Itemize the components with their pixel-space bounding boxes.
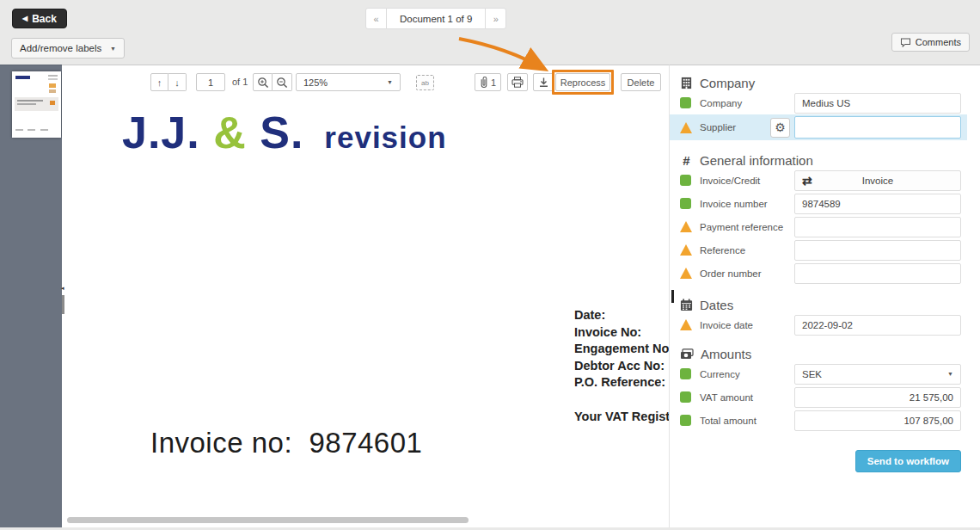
- status-ok-icon: [680, 415, 691, 426]
- zoom-level-select[interactable]: 125% ▼: [296, 73, 401, 91]
- logo-text: J.J.: [122, 107, 213, 158]
- download-button[interactable]: [533, 73, 554, 91]
- zoom-in-icon: [257, 77, 269, 89]
- reference-input[interactable]: [794, 240, 961, 261]
- field-label: VAT amount: [700, 392, 794, 403]
- section-title: Amounts: [701, 347, 751, 361]
- invoice-number-input[interactable]: [794, 194, 961, 214]
- general-section-header: # General information: [680, 151, 980, 169]
- invoice-date-input[interactable]: [794, 315, 961, 336]
- order-number-input[interactable]: [794, 263, 961, 284]
- scroll-up-button[interactable]: ↑: [150, 73, 168, 91]
- field-row-invoice-date: Invoice date: [680, 313, 980, 336]
- field-label: Reference: [700, 245, 794, 256]
- page-thumbnail[interactable]: [12, 71, 61, 138]
- chevron-down-icon: ▼: [110, 46, 116, 52]
- attachment-count: 1: [491, 77, 496, 88]
- field-label: Company: [700, 98, 794, 108]
- field-label: Total amount: [700, 416, 794, 426]
- invoice-logo: J.J. & S. revision: [122, 107, 447, 158]
- section-title: Company: [700, 76, 755, 90]
- field-label: Order number: [700, 268, 794, 279]
- dates-section-header: Dates: [680, 296, 980, 313]
- arrow-down-icon: ↓: [175, 77, 180, 88]
- doc-line-debtor-acc-no: Debtor Acc No:: [574, 358, 669, 375]
- status-ok-icon: [680, 368, 691, 379]
- field-label: Invoice/Credit: [700, 176, 794, 186]
- amounts-section-header: Amounts: [680, 345, 980, 362]
- invoice-credit-toggle[interactable]: ⇄ Invoice: [794, 170, 961, 191]
- field-row-supplier: Supplier ⚙: [670, 114, 967, 140]
- doc-line-invoice-no: Invoice No:: [574, 324, 669, 342]
- chevron-left-icon: ◀: [22, 15, 28, 22]
- document-pager-label: Document 1 of 9: [387, 8, 485, 29]
- field-label: Currency: [700, 369, 794, 379]
- doc-line-vat: Your VAT Registra: [574, 409, 669, 426]
- calendar-icon: [680, 299, 693, 311]
- field-row-total-amount: Total amount: [680, 409, 980, 432]
- thumb-logo: [15, 76, 30, 79]
- currency-select[interactable]: SEK ▼: [794, 364, 961, 385]
- back-button[interactable]: ◀ Back: [12, 9, 67, 28]
- company-input[interactable]: [794, 93, 961, 114]
- collapse-sidebar-icon[interactable]: ◂: [61, 285, 64, 292]
- hash-icon: #: [680, 153, 693, 168]
- section-title: Dates: [700, 298, 733, 312]
- download-icon: [538, 77, 549, 88]
- reprocess-highlight: Reprocess: [552, 70, 614, 95]
- status-warning-icon: [680, 122, 692, 133]
- add-remove-labels-dropdown[interactable]: Add/remove labels ▼: [11, 38, 125, 59]
- status-ok-icon: [680, 97, 691, 108]
- send-to-workflow-button[interactable]: Send to workflow: [855, 450, 961, 472]
- thumb-line: [17, 103, 36, 105]
- prev-document-button[interactable]: «: [365, 8, 387, 29]
- page-count-label: of 1: [232, 77, 248, 87]
- next-document-button[interactable]: »: [485, 8, 506, 29]
- attachments-button[interactable]: 1: [475, 73, 501, 91]
- back-label: Back: [32, 13, 57, 25]
- main-area: ↑ ↓ of 1 125% ▼ ab 1: [0, 65, 980, 527]
- payment-reference-input[interactable]: [794, 217, 961, 237]
- doc-line-engagement-no: Engagement No:: [574, 341, 669, 358]
- vat-amount-input[interactable]: [794, 387, 961, 408]
- status-warning-icon: [680, 319, 692, 330]
- logo-revision-text: revision: [324, 120, 446, 155]
- total-amount-input[interactable]: [794, 410, 961, 431]
- field-row-reference: Reference: [680, 238, 980, 262]
- money-icon: [680, 348, 694, 361]
- supplier-input[interactable]: [794, 116, 961, 139]
- sidebar-splitter-handle[interactable]: [62, 295, 64, 314]
- field-label: Supplier: [700, 122, 770, 132]
- print-button[interactable]: [507, 73, 528, 91]
- field-row-invoice-credit: Invoice/Credit ⇄ Invoice: [680, 169, 980, 192]
- document-pager: « Document 1 of 9 »: [365, 8, 506, 29]
- zoom-in-button[interactable]: [253, 73, 273, 91]
- building-icon: [680, 77, 693, 89]
- status-warning-icon: [680, 244, 692, 256]
- reprocess-button[interactable]: Reprocess: [555, 73, 610, 91]
- document-viewer: ↑ ↓ of 1 125% ▼ ab 1: [62, 65, 669, 527]
- thumb-highlight: [49, 89, 56, 93]
- status-warning-icon: [680, 221, 692, 232]
- logo-ampersand: &: [213, 107, 247, 158]
- thumb-line: [15, 129, 23, 131]
- gear-icon: ⚙: [775, 120, 786, 134]
- comments-label: Comments: [916, 37, 961, 47]
- comment-bubble-icon: [900, 38, 911, 47]
- chevron-down-icon: ▼: [947, 371, 953, 377]
- printer-icon: [511, 77, 524, 88]
- comments-button[interactable]: Comments: [891, 33, 970, 52]
- supplier-settings-button[interactable]: ⚙: [770, 118, 790, 138]
- zoom-out-button[interactable]: [273, 73, 292, 91]
- text-select-icon[interactable]: ab: [416, 75, 434, 90]
- field-label: Invoice date: [700, 320, 794, 330]
- scroll-down-button[interactable]: ↓: [168, 73, 187, 91]
- horizontal-scrollbar[interactable]: [67, 517, 469, 523]
- panel-splitter-handle[interactable]: [671, 290, 674, 303]
- invoice-field-labels: Date: Invoice No: Engagement No: Debtor …: [574, 307, 669, 425]
- delete-button[interactable]: Delete: [621, 73, 661, 91]
- thumb-line: [17, 100, 43, 102]
- page-number-input[interactable]: [196, 73, 225, 91]
- status-ok-icon: [680, 391, 691, 403]
- field-row-vat-amount: VAT amount: [680, 385, 980, 409]
